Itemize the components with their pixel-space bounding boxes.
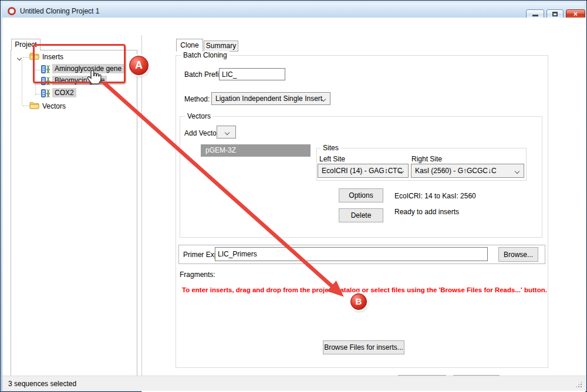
left-site-value: EcoICRI (14) - GAG↕CTC [322, 167, 402, 175]
annotation-badge-b: B [350, 293, 367, 310]
status-bar: 3 sequences selected [2, 376, 586, 391]
annotation-badge-a: A [129, 56, 149, 75]
title-bar[interactable]: Untitled Cloning Project 1 × [2, 2, 585, 18]
hand-cursor-icon [87, 70, 103, 87]
group-title: Sites [321, 144, 341, 152]
tree-folder-vectors[interactable]: Vectors [42, 102, 66, 111]
folder-icon [29, 102, 39, 109]
tab-summary[interactable]: Summary [204, 40, 238, 52]
browse-files-for-inserts-button[interactable]: Browse Files for inserts... [323, 340, 404, 354]
window-title: Untitled Cloning Project 1 [20, 7, 99, 15]
chevron-down-icon [515, 169, 519, 174]
right-site-label: Right Site [411, 155, 442, 163]
right-site-value: KasI (2560) - G↑GCGC↓C [415, 167, 497, 175]
group-title: Batch Cloning [181, 51, 230, 59]
batch-prefix-label: Batch Prefix: [184, 70, 224, 79]
add-vector-label: Add Vector: [184, 129, 221, 137]
right-site-dropdown[interactable]: KasI (2560) - G↑GCGC↓C [411, 164, 524, 178]
application-window: Untitled Cloning Project 1 × Project Ins… [0, 0, 587, 392]
add-vector-dropdown[interactable] [217, 126, 236, 138]
dna-sequence-icon [41, 89, 50, 97]
left-site-dropdown[interactable]: EcoICRI (14) - GAG↕CTC [318, 164, 409, 178]
browse-primer-button[interactable]: Browse... [498, 247, 538, 262]
left-site-label: Left Site [319, 155, 345, 163]
batch-prefix-input[interactable] [219, 68, 285, 80]
fragments-label: Fragments: [180, 271, 215, 279]
status-text: 3 sequences selected [8, 380, 76, 388]
delete-button[interactable]: Delete [339, 208, 383, 222]
chevron-down-icon [225, 130, 230, 135]
project-tree [11, 50, 137, 390]
tree-connector [23, 57, 29, 58]
tree-connector [36, 94, 41, 94]
method-label: Method: [184, 95, 210, 103]
tree-connector [23, 106, 29, 106]
ready-status-text: Ready to add inserts [394, 208, 459, 216]
tree-item-label[interactable]: COX2 [52, 88, 76, 97]
group-title: Vectors [185, 112, 213, 120]
site-range-text: EcoICRI: 14 to KasI: 2560 [394, 192, 476, 200]
primer-export-input[interactable] [215, 247, 488, 261]
minimize-icon [532, 15, 538, 16]
tree-item-insert: COX2 [52, 89, 76, 97]
tree-connector [22, 60, 22, 106]
app-icon [8, 7, 16, 15]
chevron-down-icon[interactable] [18, 53, 21, 62]
options-button[interactable]: Options [339, 188, 383, 202]
maximize-icon [552, 12, 558, 16]
fragments-hint-text: To enter inserts, drag and drop from the… [182, 286, 558, 293]
tab-clone[interactable]: Clone [176, 39, 203, 52]
resize-grip-icon[interactable] [575, 381, 582, 388]
annotation-box-a [33, 44, 126, 83]
method-dropdown[interactable]: Ligation Independent Single Insert [211, 92, 330, 105]
vector-name-bar[interactable]: pGEM-3Z [201, 144, 311, 157]
method-value: Ligation Independent Single Insert [215, 94, 322, 103]
